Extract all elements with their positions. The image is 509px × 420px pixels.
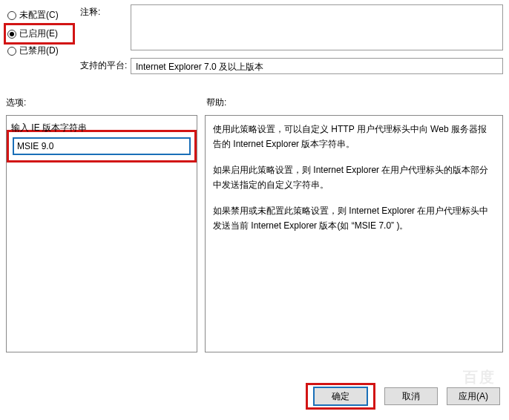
radio-disabled-label: 已禁用(D) xyxy=(19,45,59,57)
dialog-button-row: 确定 取消 应用(A) xyxy=(306,383,500,410)
radio-unconfigured-label: 未配置(C) xyxy=(19,9,59,22)
help-panel: 使用此策略设置，可以自定义 HTTP 用户代理标头中向 Web 服务器报告的 I… xyxy=(205,115,503,352)
ok-button-highlight: 确定 xyxy=(306,383,375,410)
options-heading: 选项: xyxy=(6,96,206,109)
radio-enabled[interactable]: 已启用(E) xyxy=(4,23,75,45)
comment-textarea[interactable] xyxy=(131,4,503,50)
options-panel: 输入 IE 版本字符串 xyxy=(6,115,197,352)
config-radio-group: 未配置(C) 已启用(E) 已禁用(D) xyxy=(6,4,73,82)
radio-disabled[interactable]: 已禁用(D) xyxy=(6,42,73,59)
platform-value: Internet Explorer 7.0 及以上版本 xyxy=(131,58,503,74)
apply-button[interactable]: 应用(A) xyxy=(447,387,500,405)
help-paragraph: 如果禁用或未配置此策略设置，则 Internet Explorer 在用户代理标… xyxy=(213,203,495,234)
help-paragraph: 如果启用此策略设置，则 Internet Explorer 在用户代理标头的版本… xyxy=(213,163,495,193)
platform-label: 支持的平台: xyxy=(80,58,131,74)
help-paragraph: 使用此策略设置，可以自定义 HTTP 用户代理标头中向 Web 服务器报告的 I… xyxy=(213,122,495,152)
radio-icon xyxy=(7,30,16,39)
help-heading: 帮助: xyxy=(206,96,226,109)
comment-label: 注释: xyxy=(80,4,131,50)
radio-enabled-label: 已启用(E) xyxy=(19,27,58,40)
ie-version-input[interactable] xyxy=(13,138,190,154)
ok-button[interactable]: 确定 xyxy=(314,387,367,405)
radio-icon xyxy=(7,11,16,20)
cancel-button[interactable]: 取消 xyxy=(384,387,438,405)
radio-unconfigured[interactable]: 未配置(C) xyxy=(6,7,73,24)
ie-input-highlight xyxy=(7,130,197,163)
radio-icon xyxy=(7,47,16,56)
